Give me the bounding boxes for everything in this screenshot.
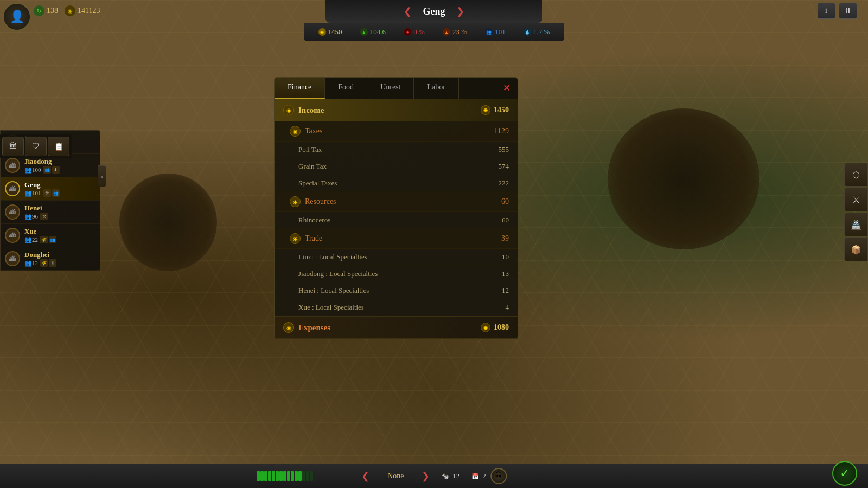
resources-icon: ◉ [290, 196, 301, 207]
stat-gold: ◉ 141123 [65, 5, 100, 16]
bottom-nav-left-button[interactable]: ❮ [361, 470, 369, 482]
pop-segment [260, 471, 264, 481]
xue-trade-row: Xue : Local Specialties 4 [275, 299, 518, 316]
pop-segment [295, 471, 298, 481]
right-panel-btn-4[interactable]: 📦 [844, 237, 868, 261]
city-list-item-geng[interactable]: 🏙 Geng 👥101 ⚒ 👥 [1, 177, 100, 201]
poll-tax-label: Poll Tax [298, 145, 499, 154]
city-action-icon: ⬇ [49, 259, 56, 267]
rhinoceros-row: Rhinoceros 60 [275, 212, 518, 229]
resources-value: 60 [501, 197, 509, 206]
tab-unrest[interactable]: Unrest [367, 78, 414, 99]
city-panel-expand-button[interactable]: › [98, 165, 106, 187]
bottom-city-icon-button[interactable]: 🏛 [490, 468, 507, 484]
red-bar-value: 0 % [413, 28, 425, 36]
city-header: ❮ Geng ❯ [326, 0, 542, 23]
right-panel-btn-3[interactable]: 🏯 [844, 213, 868, 236]
pop-segment [291, 471, 294, 481]
toolbar-buildings-button[interactable]: 🏛 [2, 137, 24, 156]
resources-label: Resources [305, 197, 501, 206]
panel-close-button[interactable]: ✕ [495, 78, 518, 99]
gold-dot: ◉ [318, 28, 326, 36]
city-item-name: Xue [24, 227, 95, 236]
income-section-header: ◉ Income ◉ 1450 [275, 99, 518, 121]
pause-button[interactable]: ⏸ [839, 3, 857, 19]
growth-dot: ▲ [360, 28, 368, 36]
city-item-pop: 👥96 [24, 213, 38, 220]
population-bar-container [252, 471, 317, 481]
city-action-icon: ⬇ [52, 166, 60, 174]
pop-segment [276, 471, 279, 481]
linzi-trade-row: Linzi : Local Specialties 10 [275, 249, 518, 266]
growth-bar-value: 104.6 [370, 28, 386, 36]
city-list-item[interactable]: 🏙 Xue 👥22 🌾 👥 [1, 224, 100, 247]
city-item-info: Xue 👥22 🌾 👥 [24, 227, 95, 243]
trade-value: 39 [501, 234, 509, 243]
city-item-info: Geng 👥101 ⚒ 👥 [24, 181, 95, 197]
city-nav-left-button[interactable]: ❮ [404, 5, 412, 17]
pop-segment [283, 471, 286, 481]
jiaodong-trade-label: Jiaodong : Local Specialties [298, 269, 502, 278]
city-item-name: Henei [24, 204, 95, 213]
toolbar-defense-button[interactable]: 🛡 [25, 137, 47, 156]
expenses-value-icon: ◉ [481, 323, 490, 332]
pop-segment-empty [310, 471, 313, 481]
tab-food[interactable]: Food [325, 78, 367, 99]
city-avatar: 🏙 [5, 228, 20, 243]
city-item-pop: 👥22 [24, 236, 38, 243]
tab-labor[interactable]: Labor [414, 78, 458, 99]
city-list-item[interactable]: 🏙 Donghei 👥12 🌾 ⬇ [1, 247, 100, 271]
trade-subheader: ◉ Trade 39 [275, 229, 518, 249]
top-right-buttons: i ⏸ [817, 3, 857, 19]
avatar: 👤 [3, 3, 31, 31]
right-panel-btn-2[interactable]: ⚔ [844, 188, 868, 211]
panel-tabs: Finance Food Unrest Labor ✕ [275, 78, 518, 99]
gold-icon: ◉ [65, 5, 75, 16]
stat-lightblue-bar: 💧 1.7 % [524, 28, 550, 36]
city-avatar: 🏙 [5, 158, 20, 173]
special-taxes-value: 222 [499, 179, 509, 188]
city-stats-bar: ◉ 1450 ▲ 104.6 ● 0 % ▲ 23 % 👥 101 💧 1.7 … [304, 23, 564, 41]
city-list-item[interactable]: 🏙 Henei 👥96 ⚒ [1, 201, 100, 224]
city-action-icon: 🌾 [40, 259, 48, 267]
grain-tax-value: 574 [499, 162, 509, 171]
taxes-subheader: ◉ Taxes 1129 [275, 121, 518, 142]
pop-segment [257, 471, 260, 481]
orange-dot: ▲ [443, 28, 450, 36]
pop-segment-empty [302, 471, 305, 481]
city-item-pop: 👥12 [24, 260, 38, 267]
taxes-value: 1129 [494, 127, 509, 136]
special-taxes-label: Special Taxes [298, 179, 499, 188]
bottom-nav-right-button[interactable]: ❯ [422, 470, 430, 482]
terrain-trees-right [608, 108, 760, 249]
avatar-icon: 👤 [10, 10, 24, 24]
info-button[interactable]: i [817, 3, 835, 19]
city-avatar: 🏙 [5, 204, 20, 220]
bottom-city-name: None [374, 472, 417, 480]
tab-finance[interactable]: Finance [275, 78, 325, 99]
confirm-button[interactable]: ✓ [832, 461, 857, 486]
top-left-stats: ↻ 138 ◉ 141123 [34, 5, 100, 16]
grain-tax-label: Grain Tax [298, 162, 499, 171]
city-item-name: Donghei [24, 251, 95, 259]
city-item-actions: 🌾 👥 [40, 236, 56, 243]
city-nav-right-button[interactable]: ❯ [456, 5, 464, 17]
bottom-bar: ❮ None ❯ 🐄 12 📅 2 🏛 [0, 464, 868, 488]
linzi-trade-value: 10 [502, 253, 509, 261]
city-action-icon: 🌾 [40, 236, 48, 243]
city-item-pop: 👥101 [24, 190, 41, 197]
right-panel-btn-1[interactable]: ⬡ [844, 163, 868, 187]
trade-icon: ◉ [290, 233, 301, 244]
expenses-label: Expenses [298, 323, 481, 332]
jiaodong-trade-value: 13 [502, 269, 509, 278]
city-item-info: Jiaodong 👥100 👥 ⬇ [24, 157, 95, 174]
pop-segment [279, 471, 283, 481]
toolbar-info-button[interactable]: 📋 [48, 137, 69, 156]
grain-tax-row: Grain Tax 574 [275, 158, 518, 175]
stat-red-bar: ● 0 % [404, 28, 425, 36]
city-avatar-geng: 🏙 [5, 181, 20, 196]
gold-bar-value: 1450 [328, 28, 342, 36]
special-taxes-row: Special Taxes 222 [275, 175, 518, 192]
city-item-actions: ⚒ 👥 [43, 189, 60, 197]
rhinoceros-label: Rhinoceros [298, 216, 502, 224]
